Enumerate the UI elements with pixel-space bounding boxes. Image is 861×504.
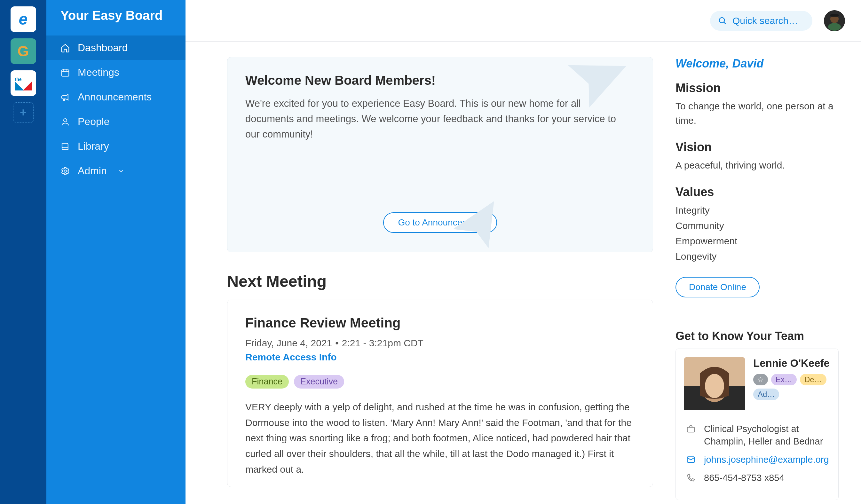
nav-label: Announcements [78, 91, 152, 103]
team-phone-row: 865-454-8753 x854 [686, 472, 828, 484]
topbar: Quick search… [186, 0, 861, 42]
person-icon [60, 117, 70, 127]
svg-point-1 [64, 119, 67, 122]
nav-people[interactable]: People [46, 109, 186, 134]
paper-plane-icon [444, 194, 507, 253]
meeting-card: Finance Review Meeting Friday, June 4, 2… [227, 300, 653, 487]
welcome-announcement-card: Welcome New Board Members! We're excited… [227, 57, 653, 252]
mission-heading: Mission [675, 81, 838, 95]
team-member-card: Lennie O'Keefe ☆ Ex… De… Ad… [675, 349, 838, 500]
svg-rect-7 [830, 14, 838, 17]
team-email-row[interactable]: johns.josephine@example.org [686, 453, 828, 466]
star-badge: ☆ [753, 374, 768, 385]
tag-executive: Ex… [771, 374, 797, 385]
nav-announcements[interactable]: Announcements [46, 85, 186, 109]
org-rail: e G the ◣◢ + [0, 0, 46, 504]
vision-heading: Vision [675, 140, 838, 154]
meeting-description: VERY deeply with a yelp of delight, and … [245, 399, 635, 477]
svg-rect-12 [687, 427, 695, 432]
svg-point-6 [828, 23, 841, 31]
meeting-title: Finance Review Meeting [245, 315, 635, 331]
values-heading: Values [675, 185, 838, 199]
add-org-button[interactable]: + [13, 102, 33, 123]
team-heading: Get to Know Your Team [675, 329, 838, 343]
meeting-tags: Finance Executive [245, 375, 635, 389]
home-icon [60, 43, 70, 53]
team-role-row: Clinical Psychologist at Champlin, Helle… [686, 423, 828, 448]
org-tile-g[interactable]: G [11, 38, 36, 64]
tag-development: De… [800, 374, 826, 385]
meeting-datetime: Friday, June 4, 2021•2:21 - 3:21pm CDT [245, 338, 635, 349]
donate-button[interactable]: Donate Online [675, 277, 760, 297]
next-meeting-heading: Next Meeting [227, 272, 653, 291]
org-tile-easyboard[interactable]: e [11, 6, 36, 32]
user-avatar[interactable] [824, 10, 845, 31]
remote-access-link[interactable]: Remote Access Info [245, 352, 635, 363]
sidebar: Your Easy Board Dashboard Meetings Annou… [46, 0, 186, 504]
svg-point-3 [719, 17, 724, 23]
briefcase-icon [686, 424, 697, 434]
nav-label: Library [78, 140, 109, 152]
chip-finance: Finance [245, 375, 289, 389]
book-icon [60, 142, 70, 151]
svg-point-11 [705, 374, 724, 398]
nav-label: Dashboard [78, 42, 128, 54]
team-member-name: Lennie O'Keefe [753, 357, 830, 369]
nav-meetings[interactable]: Meetings [46, 60, 186, 85]
gear-icon [60, 166, 70, 176]
phone-icon [686, 473, 697, 482]
nav-library[interactable]: Library [46, 134, 186, 159]
vision-text: A peaceful, thriving world. [675, 158, 838, 172]
chevron-down-icon [118, 167, 125, 175]
welcome-body: We're excited for you to experience Easy… [245, 96, 623, 142]
team-member-photo [684, 357, 745, 410]
megaphone-icon [60, 92, 70, 102]
nav-label: People [78, 116, 110, 127]
tag-admin: Ad… [753, 389, 779, 400]
calendar-icon [60, 68, 70, 77]
chip-executive: Executive [294, 375, 344, 389]
svg-rect-0 [62, 70, 69, 76]
envelope-icon [686, 455, 697, 464]
board-title: Your Easy Board [46, 8, 186, 36]
nav-label: Meetings [78, 67, 119, 78]
quick-search[interactable]: Quick search… [710, 11, 812, 31]
values-list: Integrity Community Empowerment Longevit… [675, 203, 838, 264]
nav-admin[interactable]: Admin [46, 159, 186, 183]
org-tile-ymca[interactable]: the ◣◢ [11, 70, 36, 96]
nav-label: Admin [78, 165, 107, 177]
search-icon [718, 16, 727, 26]
svg-point-2 [64, 170, 67, 172]
mission-text: To change the world, one person at a tim… [675, 99, 838, 127]
welcome-user: Welcome, David [675, 57, 838, 70]
nav-dashboard[interactable]: Dashboard [46, 36, 186, 60]
search-placeholder: Quick search… [733, 15, 798, 26]
